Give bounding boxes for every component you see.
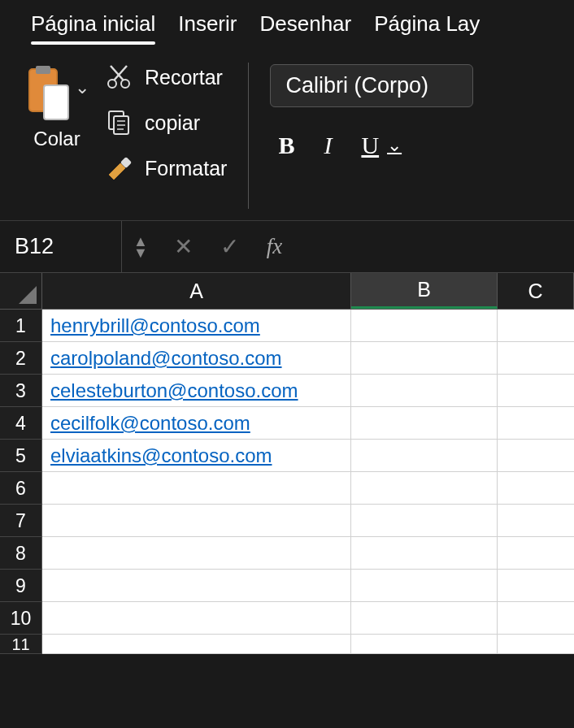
grid-row: 6	[0, 472, 574, 505]
ribbon-tabs: Página inicial Inserir Desenhar Página L…	[0, 0, 574, 45]
cell[interactable]	[351, 570, 498, 602]
grid-row: 1henrybrill@contoso.com	[0, 310, 574, 342]
cell[interactable]	[351, 472, 498, 505]
row-header[interactable]: 11	[0, 635, 42, 654]
format-label: Formatar	[145, 157, 227, 180]
grid-row: 4cecilfolk@contoso.com	[0, 407, 574, 440]
scissors-icon	[104, 63, 133, 92]
cell[interactable]	[498, 537, 574, 570]
format-painter-button[interactable]: Formatar	[104, 154, 227, 183]
ribbon: ⌄ Colar Recortar	[0, 45, 574, 221]
cell[interactable]: elviaatkins@contoso.com	[42, 440, 351, 472]
tab-page-layout[interactable]: Página Lay	[374, 11, 480, 45]
cell[interactable]	[42, 537, 351, 570]
cell[interactable]	[498, 342, 574, 375]
svg-point-4	[121, 80, 129, 88]
cell[interactable]	[351, 375, 498, 407]
cell[interactable]	[42, 635, 351, 654]
grid-row: 8	[0, 537, 574, 570]
font-name-select[interactable]: Calibri (Corpo)	[270, 64, 473, 107]
column-header-A[interactable]: A	[42, 273, 351, 309]
tab-home[interactable]: Página inicial	[31, 11, 155, 45]
row-header[interactable]: 6	[0, 472, 42, 505]
cell[interactable]	[42, 570, 351, 602]
cell[interactable]	[498, 570, 574, 602]
cell[interactable]	[498, 375, 574, 407]
row-header[interactable]: 8	[0, 537, 42, 570]
cell[interactable]	[351, 635, 498, 654]
font-group: Calibri (Corpo) B I U ⌄	[270, 59, 574, 159]
cell[interactable]: celesteburton@contoso.com	[42, 375, 351, 407]
formula-bar: B12 ▲ ▼ ✕ ✓ fx	[0, 221, 574, 273]
cell[interactable]	[42, 602, 351, 635]
copy-label: copiar	[145, 111, 200, 135]
grid-row: 5elviaatkins@contoso.com	[0, 440, 574, 472]
svg-point-3	[108, 80, 116, 88]
paintbrush-icon	[104, 154, 133, 183]
cut-label: Recortar	[145, 66, 223, 89]
paste-button[interactable]: ⌄ Colar	[16, 59, 98, 150]
grid-row: 3celesteburton@contoso.com	[0, 375, 574, 407]
row-header[interactable]: 9	[0, 570, 42, 602]
namebox-stepper[interactable]: ▲ ▼	[122, 236, 159, 258]
cell[interactable]	[498, 440, 574, 472]
column-header-C[interactable]: C	[498, 273, 574, 309]
cell[interactable]	[498, 635, 574, 654]
cell[interactable]	[351, 537, 498, 570]
spreadsheet-grid: A B C 1henrybrill@contoso.com2carolpolan…	[0, 273, 574, 654]
grid-row: 10	[0, 602, 574, 635]
cell[interactable]: carolpoland@contoso.com	[42, 342, 351, 375]
cell[interactable]	[498, 407, 574, 440]
cell[interactable]	[498, 505, 574, 537]
cell[interactable]	[498, 472, 574, 505]
row-header[interactable]: 2	[0, 342, 42, 375]
paste-label: Colar	[33, 128, 80, 150]
name-box[interactable]: B12	[0, 221, 122, 272]
cell[interactable]	[42, 472, 351, 505]
cell[interactable]: henrybrill@contoso.com	[42, 310, 351, 342]
grid-row: 9	[0, 570, 574, 602]
confirm-icon[interactable]: ✓	[220, 233, 239, 260]
bold-button[interactable]: B	[278, 132, 294, 159]
cell[interactable]	[351, 407, 498, 440]
cancel-icon[interactable]: ✕	[174, 233, 193, 260]
chevron-down-icon[interactable]: ⌄	[75, 77, 89, 98]
grid-row: 11	[0, 635, 574, 654]
underline-label: U	[361, 132, 379, 159]
row-header[interactable]: 1	[0, 310, 42, 342]
cell[interactable]	[351, 602, 498, 635]
italic-button[interactable]: I	[324, 132, 332, 159]
tab-insert[interactable]: Inserir	[178, 11, 237, 45]
cell[interactable]	[351, 505, 498, 537]
clipboard-icon	[24, 64, 72, 123]
svg-rect-1	[36, 66, 50, 74]
row-header[interactable]: 5	[0, 440, 42, 472]
underline-button[interactable]: U ⌄	[361, 132, 402, 159]
row-header[interactable]: 4	[0, 407, 42, 440]
copy-icon	[104, 108, 133, 137]
fx-label[interactable]: fx	[267, 234, 283, 259]
cell[interactable]	[498, 310, 574, 342]
svg-rect-2	[44, 85, 68, 119]
copy-button[interactable]: copiar	[104, 108, 227, 137]
cell[interactable]: cecilfolk@contoso.com	[42, 407, 351, 440]
clipboard-actions: Recortar copiar Formatar	[104, 59, 227, 183]
column-headers: A B C	[0, 273, 574, 310]
tab-draw[interactable]: Desenhar	[259, 11, 351, 45]
chevron-down-icon[interactable]: ⌄	[387, 135, 402, 156]
caret-down-icon[interactable]: ▼	[133, 247, 148, 258]
select-all-corner[interactable]	[0, 273, 42, 309]
grid-row: 7	[0, 505, 574, 537]
row-header[interactable]: 10	[0, 602, 42, 635]
cell[interactable]	[351, 310, 498, 342]
cell[interactable]	[498, 602, 574, 635]
ribbon-divider	[248, 63, 249, 209]
column-header-B[interactable]: B	[351, 273, 498, 309]
cut-button[interactable]: Recortar	[104, 63, 227, 92]
row-header[interactable]: 7	[0, 505, 42, 537]
cell[interactable]	[351, 342, 498, 375]
cell[interactable]	[351, 440, 498, 472]
grid-row: 2carolpoland@contoso.com	[0, 342, 574, 375]
row-header[interactable]: 3	[0, 375, 42, 407]
cell[interactable]	[42, 505, 351, 537]
